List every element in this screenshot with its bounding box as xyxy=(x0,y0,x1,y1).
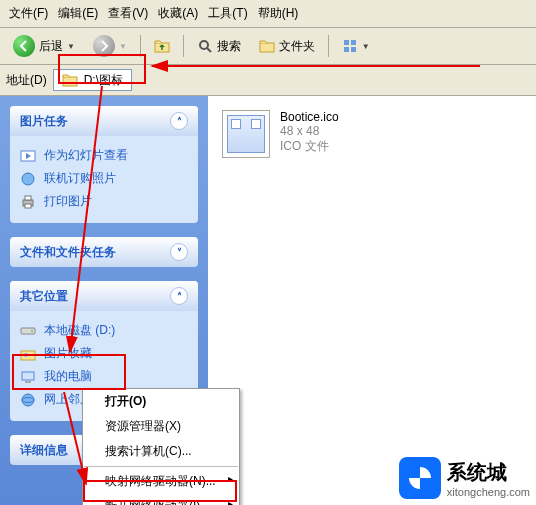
address-bar: 地址(D) D:\图标 xyxy=(0,65,536,96)
dropdown-icon: ▼ xyxy=(119,42,127,51)
search-label: 搜索 xyxy=(217,38,241,55)
folder-icon xyxy=(62,72,78,88)
place-my-pictures[interactable]: 图片收藏 xyxy=(20,342,188,365)
file-type: ICO 文件 xyxy=(280,138,339,155)
file-name: Bootice.ico xyxy=(280,110,339,124)
chevron-up-icon: ˄ xyxy=(170,112,188,130)
toolbar: 后退 ▼ ▼ 搜索 文件夹 ▼ xyxy=(0,28,536,65)
task-print-pictures[interactable]: 打印图片 xyxy=(20,190,188,213)
svg-rect-8 xyxy=(63,77,77,86)
svg-rect-19 xyxy=(22,372,34,380)
task-order-prints[interactable]: 联机订购照片 xyxy=(20,167,188,190)
toolbar-separator xyxy=(140,35,141,57)
menubar: 文件(F) 编辑(E) 查看(V) 收藏(A) 工具(T) 帮助(H) xyxy=(0,0,536,28)
file-thumbnail xyxy=(222,110,270,158)
svg-rect-13 xyxy=(25,196,31,200)
ctx-disconnect-drive[interactable]: 断开网络驱动器(I)... xyxy=(83,494,239,505)
panel-picture-tasks: 图片任务 ˄ 作为幻灯片查看 联机订购照片 打印图片 xyxy=(10,106,198,223)
watermark-logo-icon xyxy=(399,457,441,499)
ctx-open[interactable]: 打开(O) xyxy=(83,389,239,414)
panel-title: 文件和文件夹任务 xyxy=(20,244,116,261)
forward-icon xyxy=(93,35,115,57)
svg-rect-17 xyxy=(21,351,35,360)
watermark: 系统城 xitongcheng.com xyxy=(399,457,530,499)
place-my-computer[interactable]: 我的电脑 xyxy=(20,365,188,388)
folders-label: 文件夹 xyxy=(279,38,315,55)
back-button[interactable]: 后退 ▼ xyxy=(6,32,82,60)
folders-icon xyxy=(259,38,275,54)
chevron-up-icon: ˄ xyxy=(170,287,188,305)
menu-tools[interactable]: 工具(T) xyxy=(205,3,250,24)
place-label: 本地磁盘 (D:) xyxy=(44,322,115,339)
panel-title: 其它位置 xyxy=(20,288,68,305)
svg-rect-20 xyxy=(25,381,31,383)
svg-rect-5 xyxy=(351,40,356,45)
svg-point-21 xyxy=(22,394,34,406)
menu-file[interactable]: 文件(F) xyxy=(6,3,51,24)
panel-header[interactable]: 图片任务 ˄ xyxy=(10,106,198,136)
watermark-en: xitongcheng.com xyxy=(447,486,530,498)
file-item[interactable]: Bootice.ico 48 x 48 ICO 文件 xyxy=(222,110,522,158)
folder-content[interactable]: Bootice.ico 48 x 48 ICO 文件 xyxy=(208,96,536,505)
views-icon xyxy=(342,38,358,54)
address-label: 地址(D) xyxy=(6,72,47,89)
svg-rect-14 xyxy=(25,204,31,208)
order-icon xyxy=(20,171,36,187)
task-label: 打印图片 xyxy=(44,193,92,210)
svg-rect-6 xyxy=(344,47,349,52)
panel-header[interactable]: 文件和文件夹任务 ˅ xyxy=(10,237,198,267)
toolbar-separator xyxy=(183,35,184,57)
svg-point-16 xyxy=(31,330,33,332)
ctx-separator xyxy=(84,466,238,467)
menu-edit[interactable]: 编辑(E) xyxy=(55,3,101,24)
drive-icon xyxy=(20,323,36,339)
svg-point-11 xyxy=(22,173,34,185)
panel-title: 详细信息 xyxy=(20,442,68,459)
place-local-disk[interactable]: 本地磁盘 (D:) xyxy=(20,319,188,342)
svg-line-2 xyxy=(207,48,211,52)
ctx-map-drive[interactable]: 映射网络驱动器(N)... xyxy=(83,469,239,494)
ctx-explorer[interactable]: 资源管理器(X) xyxy=(83,414,239,439)
watermark-cn: 系统城 xyxy=(447,459,530,486)
folder-up-icon xyxy=(154,38,170,54)
menu-view[interactable]: 查看(V) xyxy=(105,3,151,24)
context-menu: 打开(O) 资源管理器(X) 搜索计算机(C)... 映射网络驱动器(N)...… xyxy=(82,388,240,505)
ctx-search-computer[interactable]: 搜索计算机(C)... xyxy=(83,439,239,464)
place-label: 我的电脑 xyxy=(44,368,92,385)
dropdown-icon: ▼ xyxy=(67,42,75,51)
forward-button: ▼ xyxy=(86,32,134,60)
svg-point-18 xyxy=(24,353,28,357)
folders-button[interactable]: 文件夹 xyxy=(252,35,322,58)
menu-fav[interactable]: 收藏(A) xyxy=(155,3,201,24)
back-label: 后退 xyxy=(39,38,63,55)
panel-title: 图片任务 xyxy=(20,113,68,130)
print-icon xyxy=(20,194,36,210)
task-label: 作为幻灯片查看 xyxy=(44,147,128,164)
svg-rect-3 xyxy=(260,43,274,52)
panel-file-tasks: 文件和文件夹任务 ˅ xyxy=(10,237,198,267)
file-dimensions: 48 x 48 xyxy=(280,124,339,138)
slideshow-icon xyxy=(20,148,36,164)
svg-point-1 xyxy=(200,41,208,49)
address-path: D:\图标 xyxy=(84,72,123,89)
task-label: 联机订购照片 xyxy=(44,170,116,187)
network-icon xyxy=(20,392,36,408)
task-view-slideshow[interactable]: 作为幻灯片查看 xyxy=(20,144,188,167)
pictures-icon xyxy=(20,346,36,362)
svg-rect-4 xyxy=(344,40,349,45)
up-button[interactable] xyxy=(147,35,177,57)
place-label: 图片收藏 xyxy=(44,345,92,362)
toolbar-separator xyxy=(328,35,329,57)
dropdown-icon: ▼ xyxy=(362,42,370,51)
search-button[interactable]: 搜索 xyxy=(190,35,248,58)
views-button[interactable]: ▼ xyxy=(335,35,377,57)
chevron-down-icon: ˅ xyxy=(170,243,188,261)
search-icon xyxy=(197,38,213,54)
svg-rect-7 xyxy=(351,47,356,52)
back-icon xyxy=(13,35,35,57)
computer-icon xyxy=(20,369,36,385)
address-box[interactable]: D:\图标 xyxy=(53,69,132,91)
panel-header[interactable]: 其它位置 ˄ xyxy=(10,281,198,311)
menu-help[interactable]: 帮助(H) xyxy=(255,3,302,24)
